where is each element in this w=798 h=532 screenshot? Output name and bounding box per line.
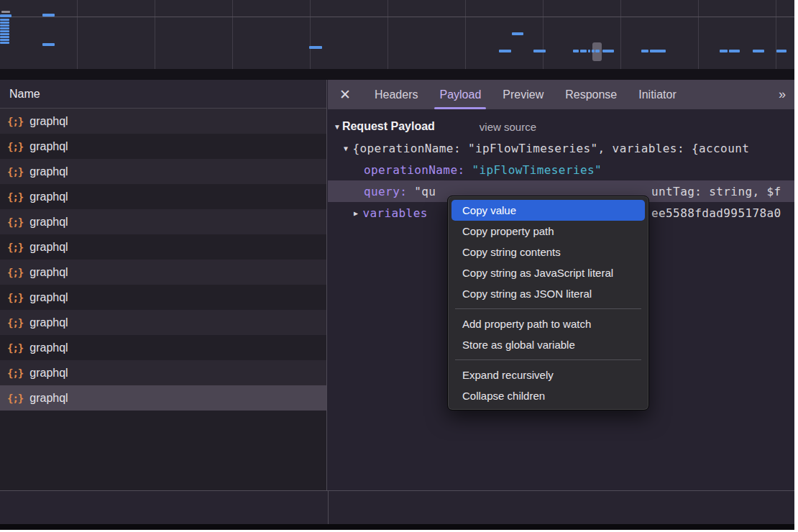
property-value-right: untTag: string, $f [651,185,794,198]
menu-item-copy-property-path[interactable]: Copy property path [448,221,648,242]
request-row-graphql[interactable]: {;}graphql [0,335,326,360]
overview-gridline [0,17,794,17]
menu-item-copy-string-contents[interactable]: Copy string contents [448,242,648,262]
json-request-icon: {;} [7,216,23,228]
request-row-graphql[interactable]: {;}graphql [0,385,326,411]
menu-item-add-property-path-to-watch[interactable]: Add property path to watch [448,313,648,334]
waterfall-bar [0,24,9,27]
request-row-graphql[interactable]: {;}graphql [0,234,326,260]
more-tabs-icon[interactable]: » [779,87,784,102]
overview-gridline [620,0,621,69]
context-menu: Copy valueCopy property pathCopy string … [447,196,649,411]
waterfall-bar [533,50,546,52]
overview-gridline [465,0,466,69]
json-request-icon: {;} [7,367,23,379]
waterfall-bar [776,50,786,52]
menu-item-expand-recursively[interactable]: Expand recursively [448,364,648,385]
property-key: variables [362,206,427,220]
waterfall-bar [0,36,9,38]
waterfall-bar [42,14,55,17]
overview-gridline [155,0,155,69]
close-icon[interactable]: ✕ [339,86,364,103]
request-row-graphql[interactable]: {;}graphql [0,310,326,335]
waterfall-bar [499,50,511,52]
json-request-icon: {;} [7,342,23,354]
network-overview-timeline[interactable] [0,0,794,69]
request-payload-section-header: ▼ Request Payload view source [334,120,794,133]
footer-panel-divider [328,491,329,524]
property-value: "ipFlowTimeseries" [472,163,602,177]
json-request-icon: {;} [7,242,23,253]
waterfall-bar [0,22,9,24]
tab-preview[interactable]: Preview [492,80,554,109]
request-name-label: graphql [29,191,68,203]
request-row-graphql[interactable]: {;}graphql [0,209,326,234]
expander-closed-icon[interactable]: ▶ [354,209,358,217]
json-request-icon: {;} [7,141,23,152]
menu-item-collapse-children[interactable]: Collapse children [448,385,648,406]
menu-item-copy-value[interactable]: Copy value [451,200,645,221]
json-request-icon: {;} [7,166,23,178]
json-request-icon: {;} [7,191,23,203]
waterfall-bar [592,50,595,52]
devtools-network-panel: Name {;}graphql{;}graphql{;}graphql{;}gr… [0,0,794,530]
request-name-label: graphql [29,140,68,153]
requests-list-panel: Name {;}graphql{;}graphql{;}graphql{;}gr… [0,80,327,490]
tab-payload[interactable]: Payload [428,80,492,109]
view-source-link[interactable]: view source [480,121,536,133]
request-name-label: graphql [29,341,68,354]
request-row-graphql[interactable]: {;}graphql [0,360,326,385]
waterfall-bar [641,50,648,52]
request-name-label: graphql [29,392,68,405]
waterfall-bar [602,50,614,52]
tab-headers[interactable]: Headers [364,80,428,109]
details-tab-bar: ✕ HeadersPayloadPreviewResponseInitiator… [328,80,794,109]
requests-list: {;}graphql{;}graphql{;}graphql{;}graphql… [0,109,326,411]
tree-row-operationName[interactable]: operationName: "ipFlowTimeseries" [328,159,794,180]
tab-response[interactable]: Response [554,80,628,109]
waterfall-bar [0,27,9,29]
tree-root-row[interactable]: ▼ {operationName: "ipFlowTimeseries", va… [328,137,794,159]
name-column-label: Name [9,88,40,101]
request-row-graphql[interactable]: {;}graphql [0,260,326,285]
request-row-graphql[interactable]: {;}graphql [0,134,326,159]
property-key: query: [364,185,407,198]
overview-gridline [77,0,78,69]
name-column-header[interactable]: Name [0,80,326,109]
window-bottom-edge [0,524,794,530]
expander-open-icon[interactable]: ▼ [344,145,348,152]
waterfall-bar [309,46,322,49]
waterfall-bar [580,50,587,52]
menu-separator [455,359,641,360]
menu-separator [455,308,641,309]
waterfall-bar [720,50,728,52]
menu-item-store-as-global-variable[interactable]: Store as global variable [448,334,648,355]
footer-summary-bar [0,491,794,524]
waterfall-bar [0,19,9,21]
section-expander-icon[interactable]: ▼ [334,123,341,131]
json-request-icon: {;} [7,292,23,303]
json-request-icon: {;} [7,267,23,278]
request-name-label: graphql [29,266,68,279]
waterfall-bar [729,50,740,52]
waterfall-bar [595,50,600,52]
waterfall-bar [753,50,764,52]
request-row-graphql[interactable]: {;}graphql [0,184,326,209]
overview-gridline [387,0,388,69]
request-row-graphql[interactable]: {;}graphql [0,159,326,184]
waterfall-bar [1,11,10,13]
request-name-label: graphql [29,367,68,380]
menu-item-copy-string-as-javascript-literal[interactable]: Copy string as JavaScript literal [448,262,648,283]
tab-initiator[interactable]: Initiator [628,80,687,109]
overview-separator-band [0,69,794,80]
devtools-window: Name {;}graphql{;}graphql{;}graphql{;}gr… [0,0,798,532]
request-row-graphql[interactable]: {;}graphql [0,285,326,310]
json-request-icon: {;} [7,393,23,404]
request-name-label: graphql [29,291,68,304]
menu-item-copy-string-as-json-literal[interactable]: Copy string as JSON literal [448,283,648,304]
request-row-graphql[interactable]: {;}graphql [0,109,326,134]
overview-gridline [543,0,544,69]
waterfall-bar [0,33,9,35]
waterfall-bar [0,14,12,17]
section-title: Request Payload [342,120,435,133]
